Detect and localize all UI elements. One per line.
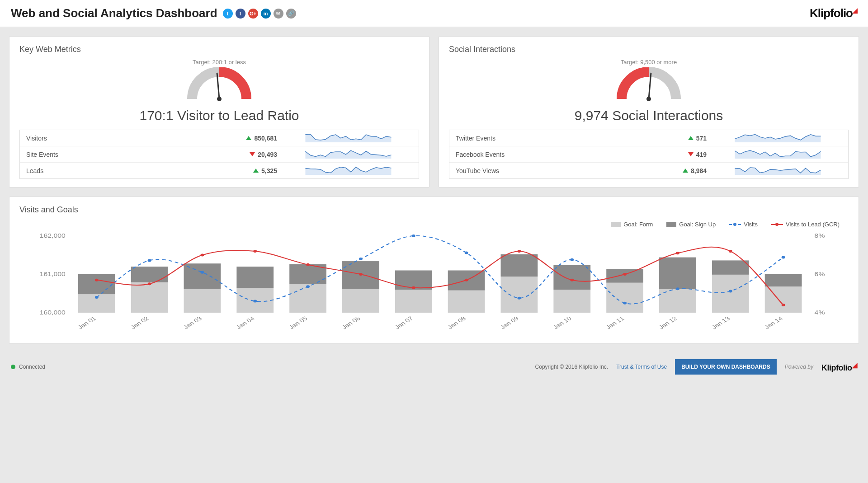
metric-value: 20,493 [200,151,277,158]
target-label: Target: 9,500 or more [449,59,849,66]
footer-right: Copyright © 2016 Klipfolio Inc. Trust & … [535,359,857,375]
sparkline [707,149,842,160]
svg-point-43 [359,258,363,260]
svg-text:Jan 07: Jan 07 [393,315,415,330]
content: Key Web Metrics Target: 200:1 or less 17… [0,27,868,353]
connection-dot-icon [11,365,15,369]
svg-point-42 [306,285,310,288]
svg-point-61 [570,279,574,281]
brand-logo: Klipfolio◢ [810,6,857,20]
sparkline [707,165,842,176]
svg-rect-28 [553,290,590,313]
cta-build-dashboard-button[interactable]: BUILD YOUR OWN DASHBOARDS [675,359,776,375]
svg-rect-12 [131,282,168,313]
gauge-social: Target: 9,500 or more 9,974 Social Inter… [449,59,849,123]
metric-label: Site Events [26,151,200,158]
linkedin-share-icon[interactable]: in [261,9,271,19]
svg-point-49 [676,287,679,290]
connection-status: Connected [11,364,45,370]
metric-label: Twitter Events [456,135,629,142]
svg-point-47 [570,258,574,261]
svg-rect-20 [342,289,379,313]
headline-metric: 170:1 Visitor to Lead Ratio [19,108,419,123]
svg-point-54 [200,254,204,257]
metric-value: 5,325 [200,167,277,174]
svg-text:4%: 4% [815,309,825,316]
metric-table-social: Twitter Events571Facebook Events419YouTu… [449,130,849,179]
svg-rect-31 [606,269,643,283]
svg-text:Jan 08: Jan 08 [446,315,467,330]
up-arrow-icon [683,169,688,173]
svg-text:Jan 10: Jan 10 [551,315,573,330]
svg-rect-33 [659,258,696,290]
sparkline [707,132,842,144]
svg-point-1 [217,97,222,101]
panel-visits-goals: Visits and Goals Goal: Form Goal: Sign U… [9,197,859,344]
svg-point-53 [148,282,151,285]
svg-text:Jan 06: Jan 06 [340,315,362,330]
chart-legend: Goal: Form Goal: Sign Up Visits Visits t… [19,219,849,231]
svg-text:Jan 03: Jan 03 [182,315,203,330]
up-arrow-icon [246,136,251,140]
svg-point-51 [782,256,785,259]
svg-text:Jan 11: Jan 11 [604,315,626,330]
svg-point-48 [623,302,627,305]
up-arrow-icon [253,169,259,173]
email-share-icon[interactable]: ✉ [274,9,283,19]
legend-visits[interactable]: Visits [729,221,758,228]
svg-point-44 [412,234,415,237]
svg-point-64 [729,250,732,253]
svg-text:Jan 13: Jan 13 [710,315,731,330]
svg-point-65 [782,304,785,306]
panel-social-interactions: Social Interactions Target: 9,500 or mor… [439,36,859,188]
svg-text:8%: 8% [815,233,825,239]
svg-rect-26 [501,277,538,313]
svg-point-38 [95,296,99,299]
metric-label: Facebook Events [456,151,629,158]
metric-row: Facebook Events419 [449,146,848,163]
svg-point-40 [200,271,204,274]
svg-point-63 [676,252,679,254]
svg-point-3 [646,97,651,101]
brand-logo-footer: Klipfolio◢ [821,361,857,373]
svg-point-46 [517,297,521,300]
svg-rect-35 [712,260,749,274]
metric-table-web: Visitors850,681Site Events20,493Leads5,3… [19,130,419,179]
header-left: Web and Social Analytics Dashboard tfG+i… [11,6,296,20]
share-icons: tfG+in✉🔗 [223,9,296,19]
svg-rect-22 [395,290,432,313]
legend-gcr[interactable]: Visits to Lead (GCR) [771,221,840,228]
visits-goals-chart: 160,000161,000162,0004%6%8%Jan 01Jan 02J… [28,231,840,335]
legend-goal-signup[interactable]: Goal: Sign Up [666,221,716,228]
gauge-web: Target: 200:1 or less 170:1 Visitor to L… [19,59,419,123]
svg-point-41 [253,300,257,303]
link-share-icon[interactable]: 🔗 [286,9,296,19]
gplus-share-icon[interactable]: G+ [248,9,258,19]
chart-area: 160,000161,000162,0004%6%8%Jan 01Jan 02J… [19,231,849,335]
svg-text:Jan 02: Jan 02 [129,315,151,330]
svg-point-52 [95,279,99,281]
metric-label: Visitors [26,135,200,142]
footer-bar: Connected Copyright © 2016 Klipfolio Inc… [0,353,868,381]
terms-link[interactable]: Trust & Terms of Use [616,364,667,370]
powered-by: Powered by [785,364,813,370]
svg-text:Jan 04: Jan 04 [234,315,256,330]
metric-label: YouTube Views [456,167,629,174]
target-label: Target: 200:1 or less [19,59,419,66]
brand-accent-icon: ◢ [853,7,857,14]
svg-text:161,000: 161,000 [40,271,66,277]
header-bar: Web and Social Analytics Dashboard tfG+i… [0,0,868,27]
metric-row: Visitors850,681 [20,130,419,146]
metric-row: YouTube Views8,984 [449,163,848,178]
svg-point-39 [148,259,151,262]
connection-label: Connected [19,364,45,370]
metric-row: Site Events20,493 [20,146,419,163]
svg-text:6%: 6% [815,271,825,277]
twitter-share-icon[interactable]: t [223,9,233,19]
svg-point-50 [729,290,732,292]
facebook-share-icon[interactable]: f [236,9,245,19]
headline-metric: 9,974 Social Interactions [449,108,849,123]
legend-goal-form[interactable]: Goal: Form [611,221,653,228]
svg-point-62 [623,273,627,276]
metric-row: Twitter Events571 [449,130,848,146]
